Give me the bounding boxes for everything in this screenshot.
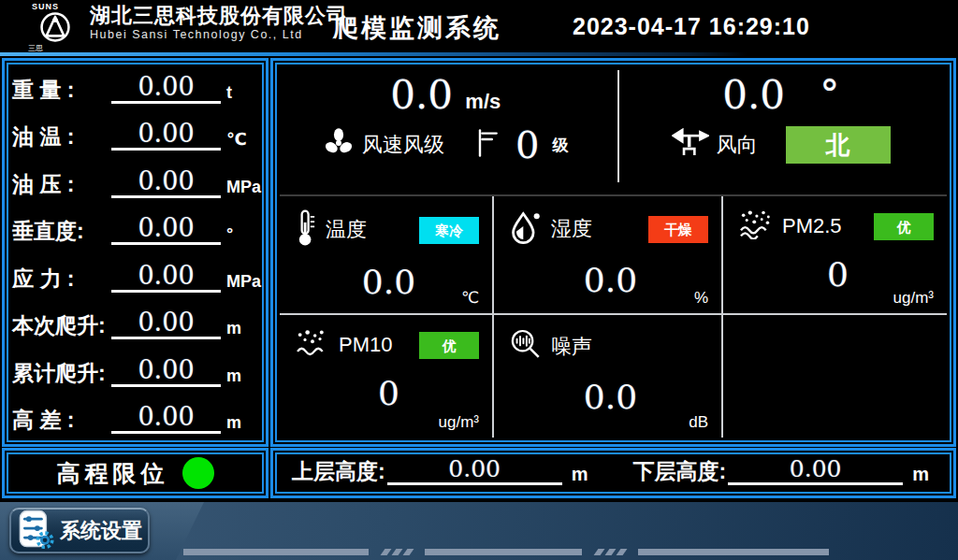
company-logo: SUNS 三思 bbox=[26, 2, 84, 53]
sensor-cell-pm10: PM10 优 0 ug/m³ bbox=[280, 315, 494, 438]
measurement-row-stress: 应 力 : 0.00 MPa bbox=[12, 253, 258, 301]
company-name-cn: 湖北三思科技股份有限公司 bbox=[90, 4, 348, 28]
wind-speed-label: 风速风级 bbox=[362, 131, 444, 159]
page-title: 爬模监测系统 bbox=[333, 11, 501, 45]
measurement-row-verticality: 垂直度: 0.00 ° bbox=[12, 207, 258, 254]
status-badge: 寒冷 bbox=[419, 217, 479, 244]
status-badge: 干燥 bbox=[648, 216, 708, 243]
header-divider bbox=[0, 52, 958, 56]
lower-height-value: 0.00 bbox=[728, 457, 903, 485]
wind-level-unit: 级 bbox=[552, 135, 568, 156]
sensor-cell-humidity: 湿度 干燥 0.0 % bbox=[494, 196, 723, 315]
fan-icon bbox=[323, 127, 355, 163]
settings-sliders-icon bbox=[19, 510, 54, 553]
logo-suns-text: SUNS bbox=[32, 2, 84, 11]
measurement-row-height-diff: 高 差 : 0.00 m bbox=[12, 395, 258, 443]
upper-height-value: 0.00 bbox=[387, 457, 562, 485]
wind-section-divider bbox=[617, 70, 619, 182]
measurement-label: 油 压 : bbox=[12, 170, 111, 207]
wind-speed-value: 0.0 m/s bbox=[278, 74, 614, 117]
sensor-cell-pm25: PM2.5 优 0 ug/m³ bbox=[723, 196, 947, 315]
thermometer-icon bbox=[295, 209, 317, 251]
sensor-cell-noise: 噪声 0.0 dB bbox=[494, 315, 723, 438]
wind-direction-block: 0.0 ° bbox=[614, 65, 950, 194]
measurement-row-total-climb: 累计爬升: 0.00 m bbox=[12, 348, 258, 395]
sensor-unit: % bbox=[694, 289, 708, 308]
system-settings-button[interactable]: 系统设置 bbox=[9, 508, 150, 553]
measurement-row-current-climb: 本次爬升: 0.00 m bbox=[12, 301, 258, 349]
measurement-unit: t bbox=[226, 83, 258, 112]
wind-direction-value: 0.0 ° bbox=[614, 74, 950, 117]
wind-compass-badge: 北 bbox=[786, 126, 891, 164]
sensor-value: 0 bbox=[295, 377, 483, 410]
sensor-name: 温度 bbox=[326, 216, 367, 244]
measurement-value: 0.00 bbox=[111, 215, 221, 245]
measurement-unit: MPa bbox=[226, 272, 258, 301]
environment-panel: 0.0 m/s 风速风级 bbox=[270, 58, 956, 447]
wind-speed-block: 0.0 m/s 风速风级 bbox=[278, 65, 614, 194]
droplet-icon bbox=[509, 209, 543, 249]
upper-height-label: 上层高度: bbox=[292, 457, 385, 492]
sensor-name: 湿度 bbox=[551, 215, 592, 243]
measurement-unit: ℃ bbox=[226, 129, 258, 159]
measurement-label: 垂直度: bbox=[12, 217, 111, 253]
measurement-row-oil-temp: 油 温 : 0.00 ℃ bbox=[12, 112, 258, 160]
upper-height-unit: m bbox=[572, 464, 588, 492]
sensor-grid: 温度 寒冷 0.0 ℃ 湿度 干燥 bbox=[280, 194, 947, 438]
pm25-icon bbox=[738, 209, 774, 243]
header: SUNS 三思 湖北三思科技股份有限公司 Hubei Sansi Technol… bbox=[0, 0, 958, 52]
taskbar: 系统设置 bbox=[0, 502, 958, 560]
layer-height-box: 上层高度: 0.00 m 下层高度: 0.00 m bbox=[270, 448, 956, 498]
measurement-unit: m bbox=[226, 413, 258, 442]
measurement-unit: m bbox=[226, 319, 258, 348]
wind-direction-unit: ° bbox=[820, 72, 839, 118]
measurement-value: 0.00 bbox=[111, 404, 221, 434]
settings-button-label: 系统设置 bbox=[60, 517, 142, 545]
noise-icon bbox=[509, 328, 543, 366]
lower-height-unit: m bbox=[912, 464, 929, 492]
company-name: 湖北三思科技股份有限公司 Hubei Sansi Technology Co.,… bbox=[90, 4, 348, 41]
sensor-unit: ℃ bbox=[461, 288, 479, 308]
measurement-value: 0.00 bbox=[111, 263, 221, 293]
wind-direction-label: 风向 bbox=[717, 131, 758, 159]
sensor-unit: ug/m³ bbox=[893, 289, 934, 308]
sensor-cell-temperature: 温度 寒冷 0.0 ℃ bbox=[280, 196, 494, 315]
sensor-unit: dB bbox=[689, 413, 708, 432]
measurement-label: 应 力 : bbox=[12, 265, 111, 301]
measurement-row-oil-pressure: 油 压 : 0.00 MPa bbox=[12, 159, 258, 207]
pm10-icon bbox=[295, 328, 330, 362]
measurement-label: 累计爬升: bbox=[12, 359, 111, 395]
sensor-value: 0.0 bbox=[295, 266, 483, 299]
wind-section: 0.0 m/s 风速风级 bbox=[278, 65, 949, 194]
measurement-value: 0.00 bbox=[111, 357, 221, 387]
sensor-unit: ug/m³ bbox=[439, 413, 479, 432]
measurement-unit: ° bbox=[226, 224, 258, 253]
measurement-label: 重 量 : bbox=[12, 76, 111, 112]
sensor-value: 0.0 bbox=[509, 264, 712, 297]
wind-level-flag-icon bbox=[476, 128, 499, 162]
measurement-panel: 重 量 : 0.00 t 油 温 : 0.00 ℃ 油 压 : 0.00 MPa… bbox=[2, 58, 269, 447]
sensor-value: 0.0 bbox=[509, 381, 712, 414]
measurement-value: 0.00 bbox=[111, 168, 221, 198]
elevation-limit-box: 高程限位 bbox=[2, 448, 269, 498]
lower-height-label: 下层高度: bbox=[633, 457, 727, 492]
company-name-en: Hubei Sansi Technology Co., Ltd bbox=[90, 28, 348, 41]
measurement-value: 0.00 bbox=[111, 121, 221, 151]
status-badge: 优 bbox=[419, 332, 479, 359]
lower-height-group: 下层高度: 0.00 m bbox=[633, 457, 930, 492]
sensor-value: 0 bbox=[738, 258, 937, 292]
taskbar-decoration bbox=[183, 549, 829, 555]
elevation-limit-indicator bbox=[182, 457, 214, 489]
measurement-value: 0.00 bbox=[111, 74, 221, 104]
measurement-row-weight: 重 量 : 0.00 t bbox=[12, 65, 258, 112]
measurement-label: 本次爬升: bbox=[12, 311, 111, 348]
upper-height-group: 上层高度: 0.00 m bbox=[292, 457, 588, 492]
status-badge: 优 bbox=[874, 213, 934, 240]
wind-speed-unit: m/s bbox=[465, 90, 501, 113]
measurement-value: 0.00 bbox=[111, 309, 221, 339]
datetime-display: 2023-04-17 16:29:10 bbox=[573, 13, 810, 40]
wind-level-value: 0 bbox=[515, 126, 539, 164]
sensor-name: PM2.5 bbox=[782, 214, 842, 238]
measurement-label: 油 温 : bbox=[12, 122, 111, 159]
measurement-unit: MPa bbox=[226, 178, 258, 207]
